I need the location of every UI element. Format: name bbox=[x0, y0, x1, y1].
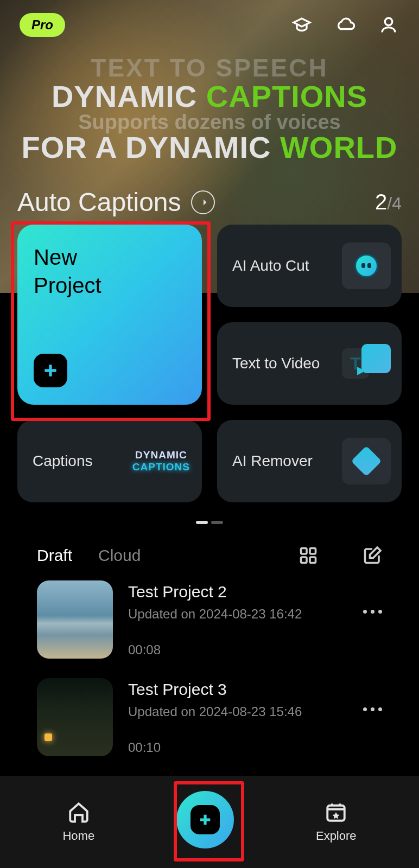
new-project-card[interactable]: New Project bbox=[17, 225, 202, 405]
project-thumbnail bbox=[37, 580, 113, 659]
edit-icon[interactable] bbox=[363, 546, 382, 565]
project-title: Test Project 2 bbox=[128, 583, 382, 601]
svg-rect-1 bbox=[301, 548, 307, 554]
project-row[interactable]: Test Project 3 Updated on 2024-08-23 15:… bbox=[37, 678, 382, 756]
project-title: Test Project 3 bbox=[128, 680, 382, 699]
robot-icon bbox=[342, 242, 391, 289]
ai-remover-card[interactable]: AI Remover bbox=[217, 420, 402, 502]
svg-point-0 bbox=[385, 18, 392, 25]
captions-thumb-icon: DYNAMIC CAPTIONS bbox=[132, 449, 190, 473]
create-button[interactable] bbox=[176, 791, 234, 848]
arrow-right-icon[interactable] bbox=[191, 190, 215, 214]
tab-cloud[interactable]: Cloud bbox=[98, 546, 141, 565]
svg-rect-2 bbox=[310, 548, 316, 554]
hero-feature-title: Auto Captions bbox=[17, 187, 181, 217]
bottom-nav: Home Explore bbox=[0, 776, 419, 868]
hero-pager: 2/4 bbox=[375, 190, 402, 214]
project-duration: 00:08 bbox=[128, 642, 382, 658]
cards-pager[interactable] bbox=[17, 521, 402, 524]
tab-draft[interactable]: Draft bbox=[37, 546, 72, 565]
eraser-icon bbox=[342, 438, 391, 484]
svg-rect-3 bbox=[301, 557, 307, 563]
ai-auto-cut-card[interactable]: AI Auto Cut bbox=[217, 225, 402, 307]
profile-icon[interactable] bbox=[378, 14, 399, 36]
project-row[interactable]: Test Project 2 Updated on 2024-08-23 16:… bbox=[37, 580, 382, 659]
plus-icon bbox=[191, 805, 220, 834]
text-to-video-icon: T bbox=[342, 340, 391, 387]
hero-headline: TEXT TO SPEECH DYNAMIC CAPTIONS Supports… bbox=[0, 54, 419, 165]
project-duration: 00:10 bbox=[128, 740, 382, 755]
cloud-icon[interactable] bbox=[334, 14, 356, 36]
project-updated: Updated on 2024-08-23 15:46 bbox=[128, 704, 382, 719]
svg-rect-4 bbox=[310, 557, 316, 563]
pro-badge[interactable]: Pro bbox=[20, 13, 65, 37]
nav-explore[interactable]: Explore bbox=[316, 801, 357, 843]
project-thumbnail bbox=[37, 678, 113, 756]
more-icon[interactable] bbox=[363, 707, 382, 711]
tutorials-icon[interactable] bbox=[291, 14, 313, 36]
text-to-video-card[interactable]: Text to Video T bbox=[217, 322, 402, 405]
plus-icon bbox=[34, 354, 67, 387]
nav-home[interactable]: Home bbox=[62, 801, 94, 843]
project-updated: Updated on 2024-08-23 16:42 bbox=[128, 607, 382, 622]
grid-view-icon[interactable] bbox=[299, 546, 318, 565]
more-icon[interactable] bbox=[363, 610, 382, 614]
captions-card[interactable]: Captions DYNAMIC CAPTIONS bbox=[17, 420, 202, 502]
